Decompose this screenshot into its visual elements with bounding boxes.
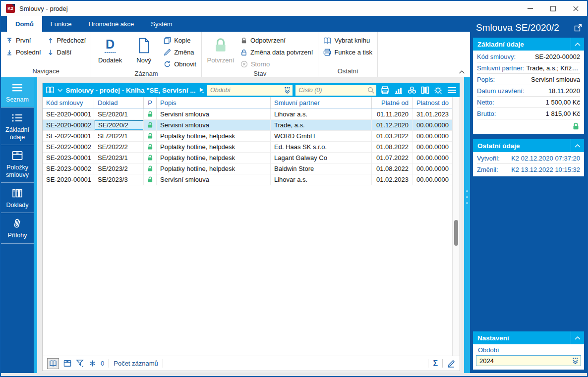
cell-status[interactable]	[144, 163, 157, 174]
close-button[interactable]	[564, 1, 587, 16]
cell-valid-to[interactable]: 00.00.0000	[412, 163, 452, 174]
cell-valid-from[interactable]: 01.02.2023	[372, 174, 412, 185]
record-count-label[interactable]: Počet záznamů	[114, 360, 158, 367]
tab-system[interactable]: Systém	[142, 16, 180, 32]
cell-desc[interactable]: Servisní smlouva	[157, 109, 271, 119]
sidebar-item-prilohy[interactable]: Přílohy	[1, 213, 34, 243]
filter-icon[interactable]	[76, 359, 84, 368]
storno-button[interactable]: Storno	[240, 59, 313, 69]
table-row[interactable]: SE-2020-00001 SE/2020/1 Servisní smlouva…	[43, 109, 452, 120]
cell-status[interactable]	[144, 120, 157, 130]
cell-desc[interactable]: Servisní smlouva	[157, 120, 271, 130]
collapse-ribbon-button[interactable]	[459, 70, 465, 74]
table-row[interactable]: SE-2020-00001 SE/2023/3 Servisní smlouva…	[43, 174, 452, 185]
table-row-selected[interactable]: SE-2020-00002 SE/2020/2 Servisní smlouva…	[43, 120, 452, 131]
minimize-button[interactable]	[519, 1, 541, 16]
cell-doc[interactable]: SE/2022/2	[94, 142, 144, 152]
cell-code[interactable]: SE-2022-00002	[43, 142, 94, 152]
cell-valid-to[interactable]: 31.01.2023	[412, 109, 452, 119]
functions-print-button[interactable]: Funkce a tisk	[323, 47, 372, 57]
cell-status[interactable]	[144, 153, 157, 163]
cell-valid-from[interactable]: 01.07.2022	[372, 153, 412, 163]
book-view-toggle[interactable]	[47, 358, 59, 369]
change-button[interactable]: Změna	[164, 47, 196, 57]
collapse-section-button[interactable]	[571, 139, 584, 152]
sidebar-item-doklady[interactable]: Doklady	[1, 183, 34, 213]
previous-button[interactable]: Předchozí	[47, 35, 86, 46]
cell-code[interactable]: SE-2020-00002	[43, 120, 94, 130]
gear-icon[interactable]	[434, 86, 443, 95]
period-filter-input[interactable]	[207, 85, 293, 96]
column-header-popis[interactable]: Popis	[157, 97, 271, 108]
cell-doc[interactable]: SE/2023/3	[94, 174, 144, 185]
cell-valid-to[interactable]: 00.00.0000	[412, 142, 452, 152]
cell-doc[interactable]: SE/2020/1	[94, 109, 144, 119]
table-row[interactable]: SE-2022-00002 SE/2022/2 Poplatky hotline…	[43, 142, 452, 153]
book-title[interactable]: Smlouvy - prodej - Kniha "SE, Servisní .…	[65, 87, 195, 94]
sidebar-item-seznam[interactable]: Seznam	[1, 77, 34, 108]
cell-code[interactable]: SE-2020-00001	[43, 109, 94, 119]
period-input[interactable]	[476, 355, 581, 366]
maximize-button[interactable]	[541, 1, 564, 16]
unconfirm-button[interactable]: Odpotvrzení	[240, 35, 313, 46]
columns-icon[interactable]	[421, 86, 429, 94]
cell-desc[interactable]: Poplatky hotline, helpdesk	[157, 142, 271, 152]
cell-desc[interactable]: Servisní smlouva	[157, 174, 271, 185]
confirm-button[interactable]: Potvrzení	[207, 34, 235, 64]
chevron-down-icon[interactable]	[58, 89, 62, 92]
cell-status[interactable]	[144, 142, 157, 152]
panel-splitter[interactable]	[464, 77, 470, 373]
column-header-platne-od[interactable]: Platné od	[372, 97, 412, 108]
cell-valid-to[interactable]: 00.00.0000	[412, 120, 452, 130]
collapse-section-button[interactable]	[571, 38, 584, 51]
column-header-p[interactable]: P	[144, 97, 157, 108]
cell-valid-to[interactable]: 00.00.0000	[412, 131, 452, 141]
number-filter-input[interactable]	[295, 85, 376, 96]
cell-partner[interactable]: WORD GmbH	[271, 131, 372, 141]
cell-status[interactable]	[144, 174, 157, 185]
table-row[interactable]: SE-2022-00001 SE/2022/1 Poplatky hotline…	[43, 131, 452, 142]
play-icon[interactable]	[199, 87, 204, 93]
tab-hromadne-akce[interactable]: Hromadné akce	[80, 16, 142, 32]
sum-button[interactable]: Σ	[433, 360, 438, 368]
cell-valid-to[interactable]: 00.00.0000	[412, 153, 452, 163]
container-view-icon[interactable]	[63, 360, 71, 367]
cell-doc-focused[interactable]: SE/2020/2	[94, 120, 144, 130]
print-icon[interactable]	[380, 86, 390, 94]
refresh-button[interactable]: Obnovit	[164, 59, 196, 69]
column-header-doklad[interactable]: Doklad	[94, 97, 144, 108]
cell-code[interactable]: SE-2022-00001	[43, 131, 94, 141]
cell-valid-from[interactable]: 01.03.2022	[372, 131, 412, 141]
cell-status[interactable]	[144, 131, 157, 141]
first-button[interactable]: První	[6, 35, 41, 46]
scrollbar-thumb[interactable]	[454, 220, 458, 246]
cell-partner[interactable]: Lihovar a.s.	[271, 174, 372, 185]
cell-status[interactable]	[144, 109, 157, 119]
basic-data-header[interactable]: Základní údaje	[473, 38, 584, 51]
cell-code[interactable]: SE-2023-00002	[43, 163, 94, 174]
cell-code[interactable]: SE-2020-00001	[43, 174, 94, 185]
last-button[interactable]: Poslední	[6, 47, 41, 57]
sidebar-item-polozky-smlouvy[interactable]: Položky smlouvy	[1, 145, 34, 183]
cell-valid-from[interactable]: 01.08.2022	[372, 142, 412, 152]
cell-code[interactable]: SE-2023-00001	[43, 153, 94, 163]
vertical-scrollbar[interactable]	[452, 97, 460, 356]
book-icon[interactable]	[46, 86, 55, 94]
cell-valid-to[interactable]: 00.00.0000	[412, 174, 452, 185]
functions-icon[interactable]	[408, 86, 416, 94]
edit-pencil-icon[interactable]	[447, 360, 455, 368]
cell-partner[interactable]: Baldwin Store	[271, 163, 372, 174]
cell-partner[interactable]: Trade, a.s.	[271, 120, 372, 130]
column-header-kod-smlouvy[interactable]: Kód smlouvy	[43, 97, 94, 108]
period-dropdown-icon[interactable]	[284, 87, 291, 94]
copy-button[interactable]: Kopie	[164, 35, 196, 46]
table-row[interactable]: SE-2023-00002 SE/2023/2 Poplatky hotline…	[43, 163, 452, 174]
cell-partner[interactable]: Ed. Haas SK s.r.o.	[271, 142, 372, 152]
cell-partner[interactable]: Lihovar a.s.	[271, 109, 372, 119]
cell-valid-from[interactable]: 01.12.2020	[372, 120, 412, 130]
cell-doc[interactable]: SE/2023/2	[94, 163, 144, 174]
new-button[interactable]: Nový	[130, 34, 158, 64]
tab-domu[interactable]: Domů	[7, 16, 42, 32]
state-filter-icon[interactable]	[89, 360, 96, 367]
cell-desc[interactable]: Poplatky hotline, helpdesk	[157, 163, 271, 174]
